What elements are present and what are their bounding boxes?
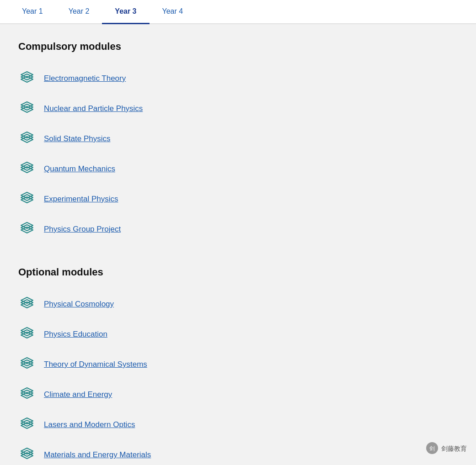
list-item: Physics Group Project [18, 214, 458, 244]
layers-icon [18, 190, 36, 208]
layers-icon [18, 296, 36, 313]
module-link-group-project[interactable]: Physics Group Project [44, 225, 121, 234]
layers-icon [18, 130, 36, 148]
list-item: Lasers and Modern Optics [18, 410, 458, 440]
list-item: Experimental Physics [18, 184, 458, 214]
module-list-optional: Physical Cosmology Physics Education The… [18, 289, 458, 465]
module-link-nuclear-particle[interactable]: Nuclear and Particle Physics [44, 104, 143, 113]
layers-icon [18, 160, 36, 178]
layers-icon [18, 386, 36, 403]
module-link-materials[interactable]: Materials and Energy Materials [44, 450, 151, 460]
layers-icon [18, 416, 36, 433]
tab-year2[interactable]: Year 2 [56, 0, 102, 24]
layers-icon [18, 221, 36, 238]
section-title-compulsory: Compulsory modules [18, 41, 458, 53]
module-link-cosmology[interactable]: Physical Cosmology [44, 300, 114, 309]
module-link-lasers[interactable]: Lasers and Modern Optics [44, 420, 135, 429]
layers-icon [18, 326, 36, 343]
module-list-compulsory: Electromagnetic Theory Nuclear and Parti… [18, 63, 458, 244]
list-item: Materials and Energy Materials [18, 440, 458, 465]
module-link-solid-state[interactable]: Solid State Physics [44, 134, 111, 143]
list-item: Climate and Energy [18, 380, 458, 410]
tab-year4[interactable]: Year 4 [150, 0, 196, 24]
list-item: Physical Cosmology [18, 289, 458, 319]
tab-year1[interactable]: Year 1 [9, 0, 56, 24]
main-content: Compulsory modules Electromagnetic Theor… [0, 24, 476, 465]
module-link-experimental[interactable]: Experimental Physics [44, 195, 118, 204]
section-title-optional: Optional modules [18, 266, 458, 278]
list-item: Solid State Physics [18, 124, 458, 154]
layers-icon [18, 70, 36, 87]
list-item: Theory of Dynamical Systems [18, 349, 458, 380]
svg-text:剑: 剑 [429, 445, 435, 452]
module-link-quantum-mechanics[interactable]: Quantum Mechanics [44, 164, 115, 174]
layers-icon [18, 356, 36, 373]
list-item: Nuclear and Particle Physics [18, 94, 458, 124]
list-item: Physics Education [18, 319, 458, 349]
module-link-dynamical[interactable]: Theory of Dynamical Systems [44, 360, 147, 369]
watermark-text: 剑藤教育 [441, 445, 467, 453]
tab-bar: Year 1Year 2Year 3Year 4 [0, 0, 476, 24]
watermark: 剑 剑藤教育 [426, 442, 467, 456]
layers-icon [18, 100, 36, 117]
tab-year3[interactable]: Year 3 [102, 0, 149, 24]
layers-icon [18, 446, 36, 464]
module-link-em-theory[interactable]: Electromagnetic Theory [44, 74, 126, 83]
list-item: Electromagnetic Theory [18, 63, 458, 94]
list-item: Quantum Mechanics [18, 154, 458, 184]
module-link-education[interactable]: Physics Education [44, 330, 107, 339]
watermark-icon: 剑 [426, 442, 439, 456]
module-link-climate[interactable]: Climate and Energy [44, 390, 112, 399]
